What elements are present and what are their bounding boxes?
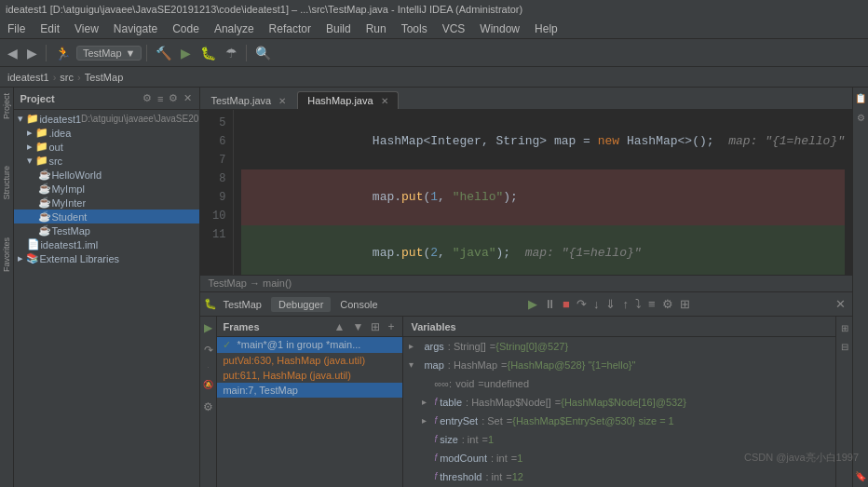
frames-down-btn[interactable]: ▼ xyxy=(350,319,367,334)
tab-testmap[interactable]: TestMap.java ✕ xyxy=(200,91,296,109)
tree-item-src[interactable]: ▾ 📁 src xyxy=(14,154,199,168)
debug-stop-btn[interactable]: ■ xyxy=(560,295,573,313)
tree-item-ext-libraries[interactable]: ▸ 📚 External Libraries xyxy=(14,251,199,265)
debug-mute-strip[interactable]: 🔕 xyxy=(201,377,216,392)
frame-check-icon: ✓ xyxy=(223,339,231,350)
debug-settings-btn[interactable]: ⚙ xyxy=(659,295,676,313)
sidebar-gear-button[interactable]: ⚙ xyxy=(141,91,154,105)
var-size[interactable]: f size : int = 1 xyxy=(403,430,835,449)
tab-hashmap-close[interactable]: ✕ xyxy=(381,96,388,106)
menu-help[interactable]: Help xyxy=(527,20,565,37)
var-map-expand[interactable]: ▾ xyxy=(409,357,418,373)
sidebar-settings-button[interactable]: ⚙ xyxy=(167,91,180,105)
structure-panel-icon[interactable]: Structure xyxy=(0,164,13,202)
project-panel-icon[interactable]: Project xyxy=(0,91,13,121)
frame-item-testmap-main[interactable]: main:7, TestMap xyxy=(217,383,402,398)
run-config-dropdown[interactable]: 🏃 xyxy=(51,44,75,62)
frames-up-btn[interactable]: ▲ xyxy=(332,319,348,334)
var-entryset-expand[interactable]: ▸ xyxy=(422,413,431,429)
title-text: ideatest1 [D:\atguigu\javaee\JavaSE20191… xyxy=(6,4,522,15)
var-args-expand[interactable]: ▸ xyxy=(409,338,418,355)
debug-force-step-into-btn[interactable]: ⇓ xyxy=(603,295,618,313)
run-button[interactable]: ▶ xyxy=(177,44,195,62)
sidebar-layout-button[interactable]: ≡ xyxy=(156,91,165,105)
debug-step-over-btn[interactable]: ↷ xyxy=(574,295,590,313)
watermark: CSDN @java亮小白1997 xyxy=(744,451,859,465)
debugger-tab[interactable]: Debugger xyxy=(271,297,331,312)
var-entryset[interactable]: ▸ f entrySet : Set = {HashMap$EntrySet@5… xyxy=(403,412,835,430)
debug-step-out-btn[interactable]: ↑ xyxy=(619,295,631,313)
debug-button[interactable]: 🐛 xyxy=(197,44,220,62)
build-button[interactable]: 🔨 xyxy=(152,44,175,62)
coverage-button[interactable]: ☂ xyxy=(222,44,241,62)
debug-step-resume-strip[interactable]: ▶ xyxy=(201,320,216,335)
forward-button[interactable]: ▶ xyxy=(23,44,41,62)
run-config-selector[interactable]: TestMap ▼ xyxy=(76,46,142,61)
breadcrumb-ideatest1[interactable]: ideatest1 xyxy=(7,72,49,83)
menu-vcs[interactable]: VCS xyxy=(435,20,473,37)
menu-build[interactable]: Build xyxy=(319,20,359,37)
var-table[interactable]: ▸ f table : HashMap$Node[] = {HashMap$No… xyxy=(403,393,835,412)
sidebar-close-button[interactable]: ✕ xyxy=(182,91,194,105)
tree-item-iml[interactable]: 📄 ideatest1.iml xyxy=(14,237,199,251)
debug-settings-strip[interactable]: ⚙ xyxy=(201,399,216,414)
debug-right-btn-2[interactable]: ⊟ xyxy=(837,339,852,354)
menu-run[interactable]: Run xyxy=(359,20,394,37)
tree-item-helloworld[interactable]: ☕ HelloWorld xyxy=(14,168,199,182)
project-sidebar: Project ⚙ ≡ ⚙ ✕ ▾ 📁 ideatest1 D:\atguigu… xyxy=(14,88,200,487)
menu-navigate[interactable]: Navigate xyxy=(106,20,165,37)
frame-item-main[interactable]: ✓ *main*@1 in group *main... xyxy=(217,337,402,353)
menu-refactor[interactable]: Refactor xyxy=(262,20,319,37)
frames-filter-btn[interactable]: ⊞ xyxy=(368,319,383,334)
tree-label-helloworld: HelloWorld xyxy=(51,169,102,181)
debug-right-btn-1[interactable]: ⊞ xyxy=(837,320,852,335)
debug-resume-btn[interactable]: ▶ xyxy=(525,295,540,313)
breadcrumb-testmap[interactable]: TestMap xyxy=(85,72,124,83)
debug-step-strip[interactable]: ↷ xyxy=(201,343,216,358)
tree-item-out[interactable]: ▸ 📁 out xyxy=(14,140,199,154)
tab-testmap-label: TestMap.java xyxy=(210,95,271,106)
tree-label-myinter: MyInter xyxy=(51,197,86,209)
menu-window[interactable]: Window xyxy=(472,20,527,37)
search-button[interactable]: 🔍 xyxy=(251,44,275,62)
frames-add-btn[interactable]: + xyxy=(385,319,397,334)
right-strip-icon-1[interactable]: 📋 xyxy=(853,91,868,105)
debug-run-to-cursor-btn[interactable]: ⤵ xyxy=(632,295,644,313)
menu-tools[interactable]: Tools xyxy=(394,20,435,37)
menu-view[interactable]: View xyxy=(67,20,106,37)
back-button[interactable]: ◀ xyxy=(4,44,21,62)
debug-pause-btn[interactable]: ⏸ xyxy=(541,295,559,313)
tree-item-testmap[interactable]: ☕ TestMap xyxy=(14,223,199,237)
var-void: ∞∞: void = undefined xyxy=(403,374,835,393)
debug-close-btn[interactable]: ✕ xyxy=(833,295,848,313)
favorites-panel-icon[interactable]: Favorites xyxy=(0,236,13,274)
tab-hashmap[interactable]: HashMap.java ✕ xyxy=(297,91,398,109)
var-map[interactable]: ▾ map : HashMap = {HashMap@528} "{1=hell… xyxy=(403,356,835,374)
debug-step-into-btn[interactable]: ↓ xyxy=(590,295,603,313)
tree-item-myinter[interactable]: ☕ MyInter xyxy=(14,196,199,210)
menu-code[interactable]: Code xyxy=(165,20,207,37)
menu-file[interactable]: File xyxy=(0,20,33,37)
frame-item-put[interactable]: put:611, HashMap (java.util) xyxy=(217,368,402,383)
var-threshold[interactable]: f threshold : int = 12 xyxy=(403,467,835,486)
tree-item-student[interactable]: ☕ Student xyxy=(14,210,199,223)
frame-item-putval[interactable]: putVal:630, HashMap (java.util) xyxy=(217,353,402,368)
right-strip-icon-2[interactable]: ⚙ xyxy=(855,111,867,125)
code-content[interactable]: HashMap<Integer, String> map = new HashM… xyxy=(234,110,852,275)
var-table-expand[interactable]: ▸ xyxy=(422,394,431,411)
code-line-6: map.put(1, "hello"); xyxy=(241,169,845,225)
console-tab[interactable]: Console xyxy=(332,297,385,312)
src-folder-expanded-icon: ▾ xyxy=(27,155,33,167)
var-args[interactable]: ▸ args : String[] = {String[0]@527} xyxy=(403,337,835,356)
debug-evaluate-btn[interactable]: ≡ xyxy=(645,295,658,313)
menu-edit[interactable]: Edit xyxy=(33,20,67,37)
tree-item-idea[interactable]: ▸ 📁 .idea xyxy=(14,126,199,140)
breadcrumb-src[interactable]: src xyxy=(60,72,74,83)
tree-item-ideatest1[interactable]: ▾ 📁 ideatest1 D:\atguigu\javaee\JavaSE20… xyxy=(14,112,199,126)
menu-analyze[interactable]: Analyze xyxy=(207,20,262,37)
tab-testmap-close[interactable]: ✕ xyxy=(278,96,286,106)
var-size-field: f xyxy=(434,431,437,448)
right-strip-icon-3[interactable]: 🔖 xyxy=(853,469,868,483)
debug-layout-btn[interactable]: ⊞ xyxy=(677,295,693,313)
tree-item-myimpl[interactable]: ☕ MyImpl xyxy=(14,182,199,196)
